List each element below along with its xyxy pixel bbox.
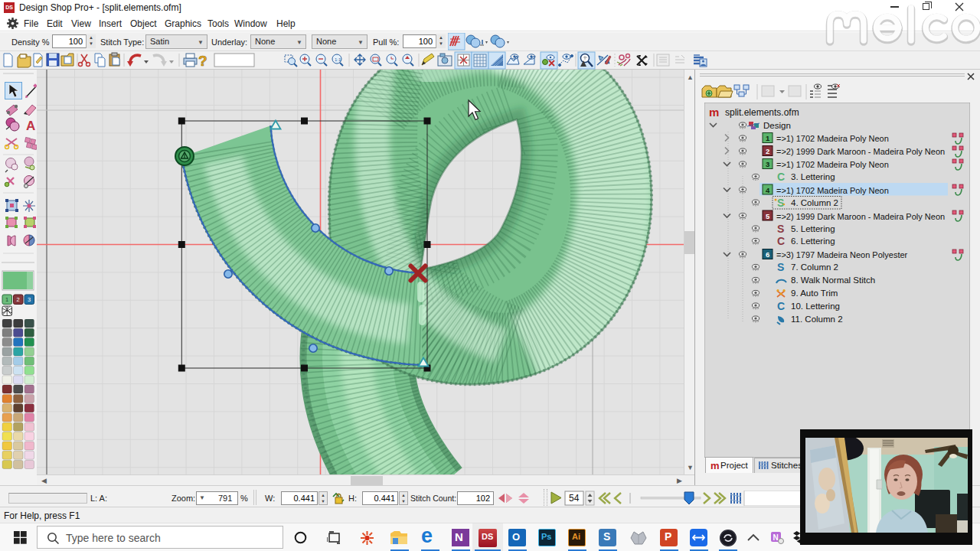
svg-text:=>1) 1702 Madeira Poly Neon: =>1) 1702 Madeira Poly Neon [776,186,889,195]
svg-text:1:1: 1:1 [335,57,341,62]
svg-text:3. Lettering: 3. Lettering [791,172,835,181]
svg-text:3: 3 [28,296,31,303]
svg-text:9. Auto Trim: 9. Auto Trim [791,289,838,298]
svg-text:54: 54 [569,493,580,504]
svg-text:=>2) 1999 Dark Maroon - Madeir: =>2) 1999 Dark Maroon - Madeira Poly Neo… [776,212,945,221]
svg-text:7. Column 2: 7. Column 2 [791,262,838,272]
svg-text:=>3) 1797 Madeira Neon Polyest: =>3) 1797 Madeira Neon Polyester [776,250,908,259]
svg-text:m: m [709,106,719,119]
svg-text:C: C [777,300,785,312]
svg-text:A: A [26,119,35,133]
svg-text:6. Lettering: 6. Lettering [791,236,835,246]
svg-text:8. Walk Normal Stitch: 8. Walk Normal Stitch [791,276,875,285]
svg-text:5: 5 [766,212,770,220]
svg-text:10. Lettering: 10. Lettering [791,302,840,311]
svg-text:3: 3 [766,160,769,168]
svg-text:Design: Design [763,121,791,130]
svg-text:=>1) 1702 Madeira Poly Neon: =>1) 1702 Madeira Poly Neon [776,160,889,169]
svg-text:=>2) 1999 Dark Maroon - Madeir: =>2) 1999 Dark Maroon - Madeira Poly Neo… [776,147,945,156]
svg-text:2: 2 [17,296,20,303]
svg-text:?: ? [198,53,207,69]
svg-text:C: C [777,171,785,183]
svg-text:11. Column 2: 11. Column 2 [791,315,843,324]
svg-text:4: 4 [766,186,770,194]
svg-text:split.elements.ofm: split.elements.ofm [725,107,799,118]
svg-text:1: 1 [766,134,770,142]
svg-text:N: N [773,533,779,542]
svg-text:C: C [777,235,785,247]
svg-text:=>1) 1702 Madeira Poly Neon: =>1) 1702 Madeira Poly Neon [776,134,889,143]
svg-text:1: 1 [5,296,8,303]
svg-text:6: 6 [766,250,769,259]
svg-text:2: 2 [766,147,769,155]
svg-text:S: S [777,197,784,209]
svg-text:S: S [777,261,784,273]
svg-text:S: S [777,223,784,235]
svg-text:5. Lettering: 5. Lettering [791,224,835,233]
svg-text:4. Column 2: 4. Column 2 [791,198,838,207]
